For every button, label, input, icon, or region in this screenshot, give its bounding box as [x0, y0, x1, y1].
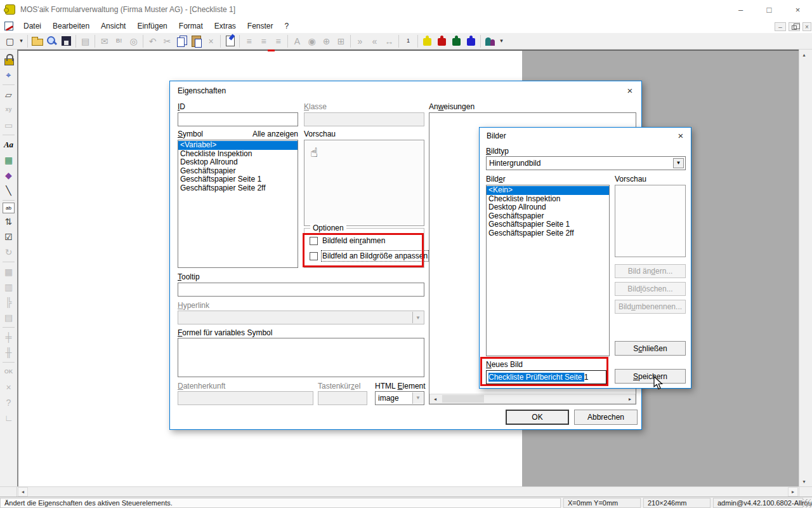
properties-icon[interactable] [223, 34, 237, 48]
bildfeld-einrahmen-row[interactable]: Bildfeld einrahmen [310, 236, 385, 245]
status-coordinates: X=0mm Y=0mm [563, 498, 641, 508]
bild-list-item[interactable]: Geschäftspapier Seite 2ff [487, 229, 609, 238]
listfield-icon[interactable]: ⇅ [1, 214, 16, 229]
bild-list-item[interactable]: Geschäftspapier Seite 1 [487, 220, 609, 229]
html-element-combobox[interactable]: image ▼ [375, 391, 424, 405]
checkbox-icon[interactable] [310, 237, 318, 245]
menu-item[interactable]: Ansicht [95, 20, 131, 32]
bild-list-item[interactable]: <Kein> [487, 186, 609, 195]
menu-item[interactable]: ? [279, 20, 295, 32]
alle-anzeigen-link[interactable]: Alle anzeigen [243, 130, 298, 138]
menu-item[interactable]: Format [173, 20, 209, 32]
puzzle-green-icon[interactable] [449, 34, 464, 48]
print-preview-icon[interactable] [44, 34, 59, 48]
puzzle-yellow-icon[interactable] [420, 34, 435, 48]
image-icon[interactable]: ▦ [1, 152, 16, 167]
rotate-icon: ↻ [1, 244, 16, 259]
symbol-list-item[interactable]: Geschäftspapier Seite 1 [178, 175, 298, 184]
bild-list-item[interactable]: Geschäftspapier [487, 212, 609, 221]
close-icon[interactable]: × [622, 84, 638, 97]
symbol-list-item[interactable]: <Variabel> [178, 141, 298, 150]
page-field-icon[interactable]: ▱ [1, 87, 16, 102]
new-document-dropdown-icon[interactable]: ▾ [17, 34, 25, 48]
align-right-icon: ≡ [271, 34, 285, 48]
toolbar-separator [3, 135, 15, 135]
grid-tree-icon: ╠ [1, 295, 16, 309]
puzzle-blue-icon[interactable] [464, 34, 478, 48]
horizontal-scrollbar[interactable]: ◂ ▸ [0, 486, 812, 497]
scroll-down-icon[interactable]: ▾ [799, 476, 809, 486]
bild-list-item[interactable]: Desktop Allround [487, 203, 609, 212]
save-icon[interactable] [59, 34, 74, 48]
vertical-scrollbar[interactable]: ▴ ▾ [799, 50, 808, 486]
tooltip-input[interactable] [178, 283, 424, 297]
bildtyp-combobox[interactable]: Hintergrundbild ▼ [486, 156, 686, 170]
symbol-list-item[interactable]: Desktop Allround [178, 158, 298, 167]
plain-field-icon: ▭ [1, 117, 16, 132]
checkbox-icon[interactable] [310, 252, 318, 260]
id-input[interactable] [178, 112, 298, 126]
scroll-right-icon[interactable]: ▸ [625, 394, 635, 403]
window-minimize-button[interactable]: – [726, 0, 755, 19]
menu-item[interactable]: Einfügen [131, 20, 173, 32]
bildfeld-anpassen-row[interactable]: Bildfeld an Bildgröße anpassen [310, 251, 428, 260]
mdi-minimize-button[interactable]: – [775, 22, 786, 31]
toolbar-separator [239, 35, 240, 48]
mdi-close-button[interactable]: × [802, 22, 811, 31]
neues-bild-label: Neues Bild [486, 360, 523, 369]
frame-select-icon[interactable]: ⌖ [1, 67, 16, 82]
textfield-icon[interactable]: ab [3, 203, 15, 213]
menu-item[interactable]: Datei [18, 20, 47, 32]
symbol-list-item[interactable]: Geschäftspapier [178, 167, 298, 176]
text-icon[interactable]: Aa [1, 137, 16, 152]
anweisungen-scrollbar[interactable]: ◂ ▸ [429, 394, 636, 404]
checkbox-field-icon[interactable]: ☑ [1, 229, 16, 244]
scroll-left-icon[interactable]: ◂ [430, 394, 440, 403]
open-icon[interactable] [30, 34, 44, 48]
formel-textarea[interactable] [178, 338, 424, 377]
people-icon[interactable] [483, 34, 497, 48]
speichern-button[interactable]: Speichern [615, 369, 686, 384]
bilder-dialog: Bilder × Bildtyp Hintergrundbild ▼ Bilde… [479, 127, 691, 389]
mdi-restore-button[interactable] [789, 22, 800, 31]
menu-item[interactable]: Fenster [242, 20, 279, 32]
symbol-listbox[interactable]: <Variabel>Checkliste InspektionDesktop A… [178, 140, 298, 268]
lock-icon[interactable] [1, 52, 16, 67]
scroll-right-icon[interactable]: ▸ [788, 487, 798, 497]
toolbar-separator [27, 35, 28, 48]
chevron-down-icon[interactable]: ▼ [673, 158, 684, 168]
grid-detail-icon: ▦ [1, 264, 16, 279]
close-icon[interactable]: × [673, 129, 688, 142]
line-icon[interactable]: ╲ [1, 183, 16, 197]
scrollbar-thumb[interactable] [442, 395, 484, 403]
resize-grip[interactable] [803, 499, 811, 507]
scroll-up-icon[interactable]: ▴ [799, 50, 809, 60]
menu-item[interactable]: Bearbeiten [47, 20, 95, 32]
window-maximize-button[interactable]: □ [755, 0, 783, 19]
canvas-marker [268, 50, 275, 51]
copy-icon[interactable] [174, 34, 189, 48]
neues-bild-input[interactable]: Checkliste Prüfbericht Seite 1 [486, 370, 606, 384]
anweisungen-label: Anweisungen [429, 102, 475, 111]
page-number-icon[interactable]: 1 [401, 34, 416, 48]
chevron-down-icon[interactable]: ▼ [412, 392, 423, 404]
menu-item[interactable]: Extras [209, 20, 242, 32]
symbol-list-item[interactable]: Checkliste Inspektion [178, 150, 298, 159]
shapes-icon[interactable]: ◆ [1, 168, 16, 182]
paste-icon[interactable] [189, 34, 204, 48]
symbol-list-item[interactable]: Geschäftspapier Seite 2ff [178, 184, 298, 193]
scroll-left-icon[interactable]: ◂ [18, 487, 28, 497]
font-style-icon: A [290, 34, 304, 48]
window-close-button[interactable]: × [783, 0, 812, 19]
print-icon: ▤ [78, 34, 93, 48]
bilder-listbox[interactable]: <Kein>Checkliste InspektionDesktop Allro… [486, 185, 610, 356]
people-dropdown-icon[interactable]: ▾ [497, 34, 506, 48]
toolbar-separator [350, 35, 351, 48]
bild-list-item[interactable]: Checkliste Inspektion [487, 195, 609, 204]
ok-button[interactable]: OK [506, 410, 569, 425]
puzzle-red-icon[interactable] [435, 34, 449, 48]
undo-icon: ↶ [145, 34, 160, 48]
schliessen-button[interactable]: Schließen [615, 341, 686, 356]
abbrechen-button[interactable]: Abbrechen [574, 410, 638, 425]
new-document-icon[interactable]: ▢ [3, 34, 17, 48]
